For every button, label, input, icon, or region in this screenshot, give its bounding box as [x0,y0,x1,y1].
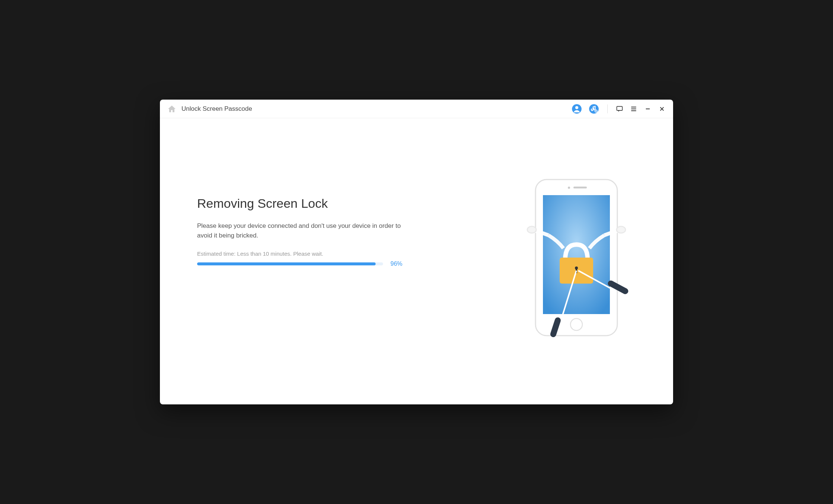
window-title: Unlock Screen Passcode [181,105,252,113]
estimate-text: Estimated time: Less than 10 minutes. Pl… [197,251,495,257]
svg-line-4 [597,112,598,113]
titlebar: Unlock Screen Passcode [160,100,673,118]
app-window: Unlock Screen Passcode [160,100,673,404]
menu-icon[interactable] [630,105,637,113]
titlebar-divider [607,104,608,113]
phone-lock-illustration [524,176,628,347]
content-left: Removing Screen Lock Please keep your de… [197,148,495,375]
music-search-icon[interactable] [589,104,599,114]
progress-row: 96% [197,261,495,267]
progress-bar [197,262,383,265]
close-button[interactable] [658,105,666,113]
account-icon[interactable] [572,104,582,114]
page-heading: Removing Screen Lock [197,196,495,211]
titlebar-right [572,104,666,114]
svg-point-18 [617,226,625,233]
svg-point-1 [575,106,578,109]
svg-point-17 [527,226,536,233]
svg-rect-14 [573,187,587,188]
progress-percent: 96% [390,261,402,267]
content-right [517,148,636,375]
svg-rect-15 [543,195,610,314]
titlebar-left: Unlock Screen Passcode [167,104,572,113]
minimize-button[interactable] [644,105,652,113]
description-text: Please keep your device connected and do… [197,221,405,240]
svg-point-13 [568,187,570,189]
feedback-icon[interactable] [616,105,623,113]
progress-fill [197,262,376,265]
svg-rect-5 [617,106,623,110]
content-area: Removing Screen Lock Please keep your de… [160,118,673,404]
home-icon[interactable] [167,104,176,113]
